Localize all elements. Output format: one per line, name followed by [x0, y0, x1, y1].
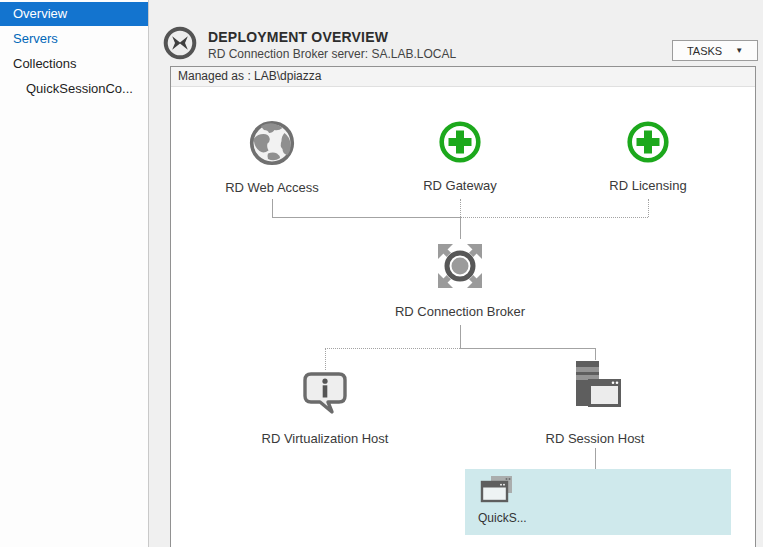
dropdown-caret-icon: ▼ [735, 46, 743, 55]
node-rd-licensing[interactable]: RD Licensing [568, 119, 728, 193]
connector-virthost-vertical [325, 348, 326, 370]
sidebar: Overview Servers Collections QuickSessio… [0, 0, 149, 547]
connector-gateway-vertical [460, 199, 461, 217]
main-panel: DEPLOYMENT OVERVIEW RD Connection Broker… [149, 0, 763, 547]
node-label: RD Gateway [423, 178, 497, 193]
node-label: RD Session Host [546, 431, 645, 446]
add-plus-icon [437, 119, 483, 169]
connector-from-broker-vertical [460, 325, 461, 348]
page-title: DEPLOYMENT OVERVIEW [208, 29, 388, 45]
broker-expand-arrows-icon [433, 239, 487, 297]
tasks-button[interactable]: TASKS ▼ [672, 40, 758, 61]
connector-licensing-vertical [648, 199, 649, 217]
add-plus-icon [625, 119, 671, 169]
node-label: RD Connection Broker [395, 304, 525, 319]
info-bubble-icon [301, 370, 349, 418]
connector-webaccess-vertical [272, 199, 273, 217]
sidebar-item-servers[interactable]: Servers [0, 27, 148, 51]
node-label: RD Licensing [609, 178, 686, 193]
node-rd-session-host[interactable]: RD Session Host [495, 360, 695, 446]
collection-quicksession-box[interactable]: QuickS... [465, 469, 731, 535]
node-rd-virtualization-host[interactable]: RD Virtualization Host [225, 370, 425, 446]
page-subtitle: RD Connection Broker server: SA.LAB.LOCA… [208, 47, 456, 61]
connector-top-horizontal-dotted [460, 217, 648, 218]
node-label: RD Virtualization Host [262, 431, 389, 446]
connector-to-broker-vertical [460, 217, 461, 239]
sidebar-item-quicksession[interactable]: QuickSessionCo... [0, 77, 148, 101]
connector-bottom-horizontal-dotted [325, 348, 460, 349]
tasks-button-label: TASKS [687, 45, 722, 57]
node-rd-web-access[interactable]: RD Web Access [192, 119, 352, 195]
connector-collection-vertical [595, 448, 596, 469]
rds-logo-icon [163, 26, 197, 60]
sidebar-item-collections[interactable]: Collections [0, 52, 148, 76]
connector-sessionhost-vertical [595, 348, 596, 360]
deployment-diagram: RD Web Access RD Gateway [171, 87, 755, 546]
deployment-box: Managed as : LAB\dpiazza [170, 66, 756, 547]
sidebar-item-overview[interactable]: Overview [0, 2, 148, 26]
node-rd-gateway[interactable]: RD Gateway [380, 119, 540, 193]
connector-top-horizontal-solid [272, 217, 460, 218]
server-window-icon [567, 360, 623, 414]
rds-deployment-screen: Overview Servers Collections QuickSessio… [0, 0, 763, 547]
managed-as-bar: Managed as : LAB\dpiazza [171, 67, 755, 87]
collection-label: QuickS... [478, 511, 527, 525]
globe-icon [248, 119, 296, 171]
node-rd-connection-broker[interactable]: RD Connection Broker [360, 239, 560, 319]
node-label: RD Web Access [225, 180, 319, 195]
overlapping-windows-icon [478, 475, 518, 511]
connector-bottom-horizontal-solid [460, 348, 595, 349]
